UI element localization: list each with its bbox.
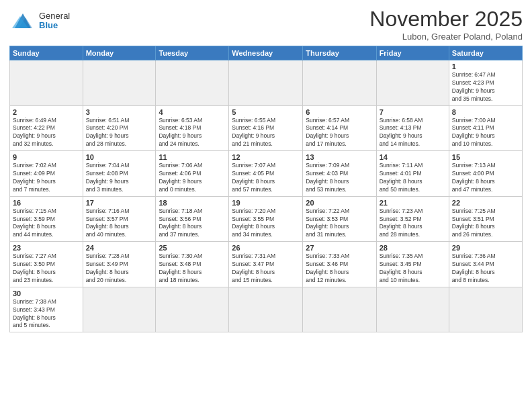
day-info: Sunrise: 6:49 AM Sunset: 4:22 PM Dayligh… xyxy=(13,117,80,149)
table-row xyxy=(10,60,83,106)
calendar-week-row: 30Sunrise: 7:38 AM Sunset: 3:43 PM Dayli… xyxy=(10,287,523,332)
col-monday: Monday xyxy=(83,46,156,60)
table-row: 24Sunrise: 7:28 AM Sunset: 3:49 PM Dayli… xyxy=(83,242,156,287)
table-row xyxy=(83,287,156,332)
day-info: Sunrise: 7:30 AM Sunset: 3:48 PM Dayligh… xyxy=(159,253,226,285)
table-row: 28Sunrise: 7:35 AM Sunset: 3:45 PM Dayli… xyxy=(376,242,449,287)
table-row: 7Sunrise: 6:58 AM Sunset: 4:13 PM Daylig… xyxy=(376,105,449,151)
table-row: 19Sunrise: 7:20 AM Sunset: 3:55 PM Dayli… xyxy=(229,196,303,242)
day-info: Sunrise: 7:13 AM Sunset: 4:00 PM Dayligh… xyxy=(452,162,519,194)
title-block: November 2025 Lubon, Greater Poland, Pol… xyxy=(369,7,523,42)
calendar-header-row: Sunday Monday Tuesday Wednesday Thursday… xyxy=(10,46,523,60)
day-info: Sunrise: 7:00 AM Sunset: 4:11 PM Dayligh… xyxy=(452,117,519,149)
page-header: General Blue November 2025 Lubon, Greate… xyxy=(9,7,523,42)
col-sunday: Sunday xyxy=(10,46,83,60)
day-number: 5 xyxy=(232,108,300,116)
day-number: 3 xyxy=(86,108,153,116)
day-number: 11 xyxy=(159,153,226,161)
col-friday: Friday xyxy=(376,46,449,60)
day-number: 10 xyxy=(86,153,153,161)
table-row: 26Sunrise: 7:31 AM Sunset: 3:47 PM Dayli… xyxy=(229,242,303,287)
table-row: 21Sunrise: 7:23 AM Sunset: 3:52 PM Dayli… xyxy=(376,196,449,242)
table-row: 29Sunrise: 7:36 AM Sunset: 3:44 PM Dayli… xyxy=(449,242,522,287)
day-info: Sunrise: 7:36 AM Sunset: 3:44 PM Dayligh… xyxy=(452,253,519,285)
day-info: Sunrise: 7:15 AM Sunset: 3:59 PM Dayligh… xyxy=(13,208,80,240)
day-info: Sunrise: 6:58 AM Sunset: 4:13 PM Dayligh… xyxy=(380,117,446,149)
day-info: Sunrise: 6:53 AM Sunset: 4:18 PM Dayligh… xyxy=(159,117,226,149)
day-number: 8 xyxy=(452,108,519,116)
table-row: 17Sunrise: 7:16 AM Sunset: 3:57 PM Dayli… xyxy=(83,196,156,242)
table-row: 10Sunrise: 7:04 AM Sunset: 4:08 PM Dayli… xyxy=(83,151,156,197)
day-info: Sunrise: 7:27 AM Sunset: 3:50 PM Dayligh… xyxy=(13,253,80,285)
day-number: 24 xyxy=(86,244,153,252)
table-row: 4Sunrise: 6:53 AM Sunset: 4:18 PM Daylig… xyxy=(156,105,229,151)
day-info: Sunrise: 7:06 AM Sunset: 4:06 PM Dayligh… xyxy=(159,162,226,194)
col-saturday: Saturday xyxy=(449,46,522,60)
day-info: Sunrise: 7:25 AM Sunset: 3:51 PM Dayligh… xyxy=(452,208,519,240)
day-info: Sunrise: 7:33 AM Sunset: 3:46 PM Dayligh… xyxy=(306,253,373,285)
day-number: 14 xyxy=(380,153,446,161)
day-number: 26 xyxy=(232,244,300,252)
day-number: 2 xyxy=(13,108,80,116)
day-number: 19 xyxy=(232,199,300,207)
table-row xyxy=(229,60,303,106)
table-row xyxy=(229,287,303,332)
day-info: Sunrise: 7:28 AM Sunset: 3:49 PM Dayligh… xyxy=(86,253,153,285)
calendar-week-row: 2Sunrise: 6:49 AM Sunset: 4:22 PM Daylig… xyxy=(10,105,523,151)
day-info: Sunrise: 7:20 AM Sunset: 3:55 PM Dayligh… xyxy=(232,208,300,240)
table-row: 3Sunrise: 6:51 AM Sunset: 4:20 PM Daylig… xyxy=(83,105,156,151)
table-row: 11Sunrise: 7:06 AM Sunset: 4:06 PM Dayli… xyxy=(156,151,229,197)
day-number: 12 xyxy=(232,153,300,161)
calendar-week-row: 9Sunrise: 7:02 AM Sunset: 4:09 PM Daylig… xyxy=(10,151,523,197)
table-row: 12Sunrise: 7:07 AM Sunset: 4:05 PM Dayli… xyxy=(229,151,303,197)
day-number: 27 xyxy=(306,244,373,252)
day-number: 21 xyxy=(380,199,446,207)
day-info: Sunrise: 7:07 AM Sunset: 4:05 PM Dayligh… xyxy=(232,162,300,194)
day-info: Sunrise: 7:04 AM Sunset: 4:08 PM Dayligh… xyxy=(86,162,153,194)
day-info: Sunrise: 7:02 AM Sunset: 4:09 PM Dayligh… xyxy=(13,162,80,194)
table-row: 30Sunrise: 7:38 AM Sunset: 3:43 PM Dayli… xyxy=(10,287,83,332)
day-info: Sunrise: 7:31 AM Sunset: 3:47 PM Dayligh… xyxy=(232,253,300,285)
table-row xyxy=(83,60,156,106)
day-number: 7 xyxy=(380,108,446,116)
day-number: 18 xyxy=(159,199,226,207)
day-number: 23 xyxy=(13,244,80,252)
calendar-week-row: 1Sunrise: 6:47 AM Sunset: 4:23 PM Daylig… xyxy=(10,60,523,106)
calendar-table: Sunday Monday Tuesday Wednesday Thursday… xyxy=(9,46,523,332)
table-row: 25Sunrise: 7:30 AM Sunset: 3:48 PM Dayli… xyxy=(156,242,229,287)
table-row xyxy=(303,287,376,332)
table-row: 6Sunrise: 6:57 AM Sunset: 4:14 PM Daylig… xyxy=(303,105,376,151)
calendar-subtitle: Lubon, Greater Poland, Poland xyxy=(369,32,523,42)
day-info: Sunrise: 7:35 AM Sunset: 3:45 PM Dayligh… xyxy=(380,253,446,285)
day-number: 25 xyxy=(159,244,226,252)
table-row: 16Sunrise: 7:15 AM Sunset: 3:59 PM Dayli… xyxy=(10,196,83,242)
day-info: Sunrise: 7:18 AM Sunset: 3:56 PM Dayligh… xyxy=(159,208,226,240)
table-row: 23Sunrise: 7:27 AM Sunset: 3:50 PM Dayli… xyxy=(10,242,83,287)
day-info: Sunrise: 7:23 AM Sunset: 3:52 PM Dayligh… xyxy=(380,208,446,240)
table-row: 15Sunrise: 7:13 AM Sunset: 4:00 PM Dayli… xyxy=(449,151,522,197)
day-number: 22 xyxy=(452,199,519,207)
day-number: 20 xyxy=(306,199,373,207)
day-number: 17 xyxy=(86,199,153,207)
table-row xyxy=(449,287,522,332)
col-tuesday: Tuesday xyxy=(156,46,229,60)
day-info: Sunrise: 7:38 AM Sunset: 3:43 PM Dayligh… xyxy=(13,298,80,330)
day-number: 29 xyxy=(452,244,519,252)
day-info: Sunrise: 7:11 AM Sunset: 4:01 PM Dayligh… xyxy=(380,162,446,194)
day-info: Sunrise: 6:57 AM Sunset: 4:14 PM Dayligh… xyxy=(306,117,373,149)
day-info: Sunrise: 7:22 AM Sunset: 3:53 PM Dayligh… xyxy=(306,208,373,240)
table-row xyxy=(156,287,229,332)
logo-general-label: General xyxy=(39,11,70,21)
col-wednesday: Wednesday xyxy=(229,46,303,60)
calendar-title: November 2025 xyxy=(369,7,523,32)
table-row: 9Sunrise: 7:02 AM Sunset: 4:09 PM Daylig… xyxy=(10,151,83,197)
table-row: 2Sunrise: 6:49 AM Sunset: 4:22 PM Daylig… xyxy=(10,105,83,151)
table-row: 5Sunrise: 6:55 AM Sunset: 4:16 PM Daylig… xyxy=(229,105,303,151)
logo-blue-label: Blue xyxy=(39,21,70,30)
logo-text: General Blue xyxy=(39,11,70,31)
day-number: 1 xyxy=(452,62,519,71)
day-info: Sunrise: 6:51 AM Sunset: 4:20 PM Dayligh… xyxy=(86,117,153,149)
col-thursday: Thursday xyxy=(303,46,376,60)
table-row: 18Sunrise: 7:18 AM Sunset: 3:56 PM Dayli… xyxy=(156,196,229,242)
calendar-week-row: 23Sunrise: 7:27 AM Sunset: 3:50 PM Dayli… xyxy=(10,242,523,287)
